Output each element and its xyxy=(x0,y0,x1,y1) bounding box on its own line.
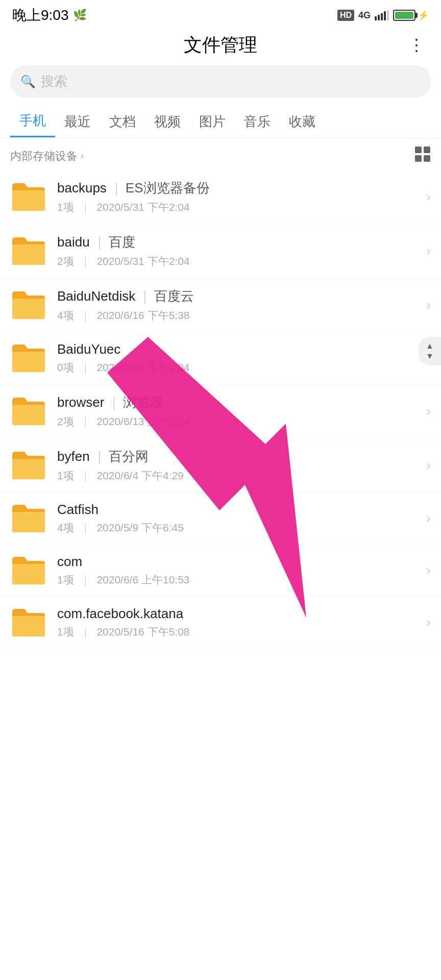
more-button[interactable]: ⋮ xyxy=(404,31,429,59)
file-info-byfen: byfen ｜ 百分网 1项 ｜ 2020/6/4 下午4:29 xyxy=(57,448,421,483)
folder-icon xyxy=(10,342,47,374)
file-meta-baiduyuec: 0项 ｜ 2020/5/31 下午2:04 xyxy=(57,360,421,375)
file-info-com-facebook-katana: com.facebook.katana 1项 ｜ 2020/5/16 下午5:0… xyxy=(57,606,421,639)
file-meta-catfish: 4项 ｜ 2020/5/9 下午6:45 xyxy=(57,521,421,535)
hd-badge: HD xyxy=(337,10,354,21)
bolt-icon: ⚡ xyxy=(418,10,429,21)
file-meta-baidunetdisk: 4项 ｜ 2020/6/16 下午5:38 xyxy=(57,308,421,323)
app-header: 文件管理 ⋮ xyxy=(0,29,441,61)
tabs-container: 手机 最近 文档 视频 图片 音乐 收藏 xyxy=(0,106,441,138)
status-icons: HD 4G ⚡ xyxy=(337,10,429,21)
file-name-com: com xyxy=(57,554,421,570)
folder-icon xyxy=(10,555,47,586)
4g-label: 4G xyxy=(358,10,371,21)
battery: ⚡ xyxy=(393,10,429,21)
tab-phone[interactable]: 手机 xyxy=(10,106,55,137)
folder-item-com[interactable]: com 1项 ｜ 2020/6/6 上午10:53 › xyxy=(0,545,441,597)
file-name-catfish: Catfish xyxy=(57,502,421,518)
file-name-baidu: baidu ｜ 百度 xyxy=(57,233,421,251)
file-info-browser: browser ｜ 浏览器 2项 ｜ 2020/6/13 上午9:04 xyxy=(57,394,421,429)
file-name-com-facebook-katana: com.facebook.katana xyxy=(57,606,421,622)
file-meta-browser: 2项 ｜ 2020/6/13 上午9:04 xyxy=(57,414,421,429)
chevron-right-icon: › xyxy=(426,297,431,313)
chevron-right-icon: › xyxy=(426,510,431,526)
svg-rect-2 xyxy=(415,155,422,162)
file-name-baidunetdisk: BaiduNetdisk ｜ 百度云 xyxy=(57,287,421,305)
status-time: 晚上9:03 xyxy=(12,6,69,25)
file-meta-com: 1项 ｜ 2020/6/6 上午10:53 xyxy=(57,573,421,587)
folder-icon xyxy=(10,289,47,321)
folder-item-backups[interactable]: backups ｜ ES浏览器备份 1项 ｜ 2020/5/31 下午2:04 … xyxy=(0,170,441,224)
folder-item-baiduyuec[interactable]: BaiduYuec 0项 ｜ 2020/5/31 下午2:04 › xyxy=(0,332,441,384)
file-info-baiduyuec: BaiduYuec 0项 ｜ 2020/5/31 下午2:04 xyxy=(57,341,421,375)
file-info-backups: backups ｜ ES浏览器备份 1项 ｜ 2020/5/31 下午2:04 xyxy=(57,179,421,214)
tab-music[interactable]: 音乐 xyxy=(235,107,280,137)
signal-bars xyxy=(375,10,389,20)
search-bar-container: 🔍 搜索 xyxy=(0,61,441,106)
svg-rect-1 xyxy=(424,146,430,153)
file-name-byfen: byfen ｜ 百分网 xyxy=(57,448,421,465)
folder-item-byfen[interactable]: byfen ｜ 百分网 1项 ｜ 2020/6/4 下午4:29 › xyxy=(0,438,441,493)
tab-collect[interactable]: 收藏 xyxy=(280,107,325,137)
file-name-browser: browser ｜ 浏览器 xyxy=(57,394,421,411)
folder-icon xyxy=(10,396,47,427)
scroll-handle[interactable]: ▲ ▼ xyxy=(419,337,441,365)
folder-icon xyxy=(10,503,47,534)
file-info-baidu: baidu ｜ 百度 2项 ｜ 2020/5/31 下午2:04 xyxy=(57,233,421,268)
file-meta-com-facebook-katana: 1项 ｜ 2020/5/16 下午5:08 xyxy=(57,625,421,639)
tab-recent[interactable]: 最近 xyxy=(55,107,100,137)
folder-icon xyxy=(10,181,47,213)
status-bar: 晚上9:03 🌿 HD 4G ⚡ xyxy=(0,0,441,29)
app-title: 文件管理 xyxy=(184,33,257,58)
file-meta-byfen: 1项 ｜ 2020/6/4 下午4:29 xyxy=(57,469,421,483)
breadcrumb-chevron: › xyxy=(81,151,84,161)
grid-view-button[interactable] xyxy=(414,146,431,166)
folder-item-com-facebook-katana[interactable]: com.facebook.katana 1项 ｜ 2020/5/16 下午5:0… xyxy=(0,597,441,649)
breadcrumb-label: 内部存储设备 xyxy=(10,149,78,164)
folder-icon xyxy=(10,450,47,481)
file-info-catfish: Catfish 4项 ｜ 2020/5/9 下午6:45 xyxy=(57,502,421,535)
tab-photos[interactable]: 图片 xyxy=(190,107,235,137)
svg-rect-3 xyxy=(424,155,430,162)
file-list: backups ｜ ES浏览器备份 1项 ｜ 2020/5/31 下午2:04 … xyxy=(0,170,441,649)
folder-item-browser[interactable]: browser ｜ 浏览器 2项 ｜ 2020/6/13 上午9:04 › xyxy=(0,384,441,438)
chevron-right-icon: › xyxy=(426,615,431,630)
breadcrumb[interactable]: 内部存储设备 › xyxy=(10,149,84,164)
clover-icon: 🌿 xyxy=(73,9,87,22)
chevron-right-icon: › xyxy=(426,243,431,259)
file-info-baidunetdisk: BaiduNetdisk ｜ 百度云 4项 ｜ 2020/6/16 下午5:38 xyxy=(57,287,421,323)
svg-rect-0 xyxy=(415,146,422,153)
folder-item-baidunetdisk[interactable]: BaiduNetdisk ｜ 百度云 4项 ｜ 2020/6/16 下午5:38… xyxy=(0,278,441,332)
search-bar[interactable]: 🔍 搜索 xyxy=(10,65,431,97)
search-placeholder-text: 搜索 xyxy=(41,72,67,90)
folder-item-catfish[interactable]: Catfish 4项 ｜ 2020/5/9 下午6:45 › xyxy=(0,493,441,545)
folder-item-baidu[interactable]: baidu ｜ 百度 2项 ｜ 2020/5/31 下午2:04 › xyxy=(0,224,441,278)
chevron-right-icon: › xyxy=(426,403,431,419)
file-name-baiduyuec: BaiduYuec xyxy=(57,341,421,357)
search-icon: 🔍 xyxy=(20,75,36,89)
file-info-com: com 1项 ｜ 2020/6/6 上午10:53 xyxy=(57,554,421,587)
tab-docs[interactable]: 文档 xyxy=(100,107,145,137)
file-meta-baidu: 2项 ｜ 2020/5/31 下午2:04 xyxy=(57,254,421,268)
folder-icon xyxy=(10,607,47,639)
chevron-right-icon: › xyxy=(426,562,431,578)
scroll-down-arrow: ▼ xyxy=(426,352,434,360)
chevron-right-icon: › xyxy=(426,457,431,473)
chevron-right-icon: › xyxy=(426,189,431,205)
file-name-backups: backups ｜ ES浏览器备份 xyxy=(57,179,421,197)
folder-icon xyxy=(10,235,47,267)
file-meta-backups: 1项 ｜ 2020/5/31 下午2:04 xyxy=(57,200,421,214)
breadcrumb-row: 内部存储设备 › xyxy=(0,138,441,170)
tab-video[interactable]: 视频 xyxy=(145,107,190,137)
scroll-up-arrow: ▲ xyxy=(426,342,434,350)
